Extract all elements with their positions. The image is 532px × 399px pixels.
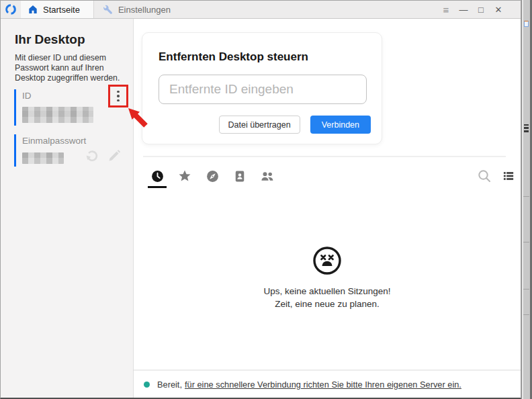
menu-icon[interactable]: ≡ — [437, 1, 455, 19]
people-group-icon — [259, 169, 276, 183]
search-icon[interactable] — [476, 168, 492, 184]
maximize-icon[interactable]: □ — [472, 1, 490, 19]
rustdesk-logo-icon — [5, 3, 17, 15]
sidebar-title: Ihr Desktop — [15, 32, 133, 47]
sidebar: Ihr Desktop Mit dieser ID und diesem Pas… — [1, 19, 134, 398]
app-logo — [1, 1, 21, 18]
id-value-redacted — [22, 107, 93, 123]
background-artifact — [524, 21, 529, 27]
tab-einstellungen-label: Einstellungen — [118, 5, 171, 15]
titlebar-drag-area — [179, 1, 437, 18]
connect-buttons: Datei übertragen Verbinden — [219, 116, 371, 134]
wrench-icon — [102, 4, 114, 15]
scrollbar-mark — [523, 196, 529, 197]
scrollbar-mark — [523, 289, 529, 290]
list-view-icon[interactable] — [502, 169, 515, 183]
connect-card-title: Entfernten Desktop steuern — [159, 50, 308, 64]
id-more-menu-icon[interactable] — [117, 91, 120, 102]
background-window-scrollbar — [521, 0, 532, 399]
star-icon — [177, 169, 192, 183]
toolbar-right — [476, 168, 515, 184]
close-icon[interactable]: ✕ — [490, 1, 507, 19]
edit-pencil-icon[interactable] — [106, 148, 122, 164]
screenshot-root: Startseite Einstellungen ≡ — □ ✕ Ihr Des… — [0, 0, 532, 399]
section-divider — [143, 156, 506, 157]
main-panel: Entfernten Desktop steuern Datei übertra… — [134, 19, 521, 398]
address-book-icon — [233, 169, 247, 183]
connect-card: Entfernten Desktop steuern Datei übertra… — [142, 32, 382, 144]
rustdesk-window: Startseite Einstellungen ≡ — □ ✕ Ihr Des… — [0, 0, 521, 399]
window-controls: ≡ — □ ✕ — [437, 1, 507, 18]
minimize-icon[interactable]: — — [455, 1, 472, 19]
refresh-icon[interactable] — [84, 148, 100, 164]
empty-line2: Zeit, eine neue zu planen. — [134, 298, 521, 310]
tab-groups[interactable] — [258, 164, 277, 188]
titlebar: Startseite Einstellungen ≡ — □ ✕ — [1, 1, 521, 19]
sessions-toolbar — [134, 161, 521, 191]
compass-icon — [206, 169, 220, 183]
password-section: Einmalpasswort — [14, 134, 124, 167]
password-label: Einmalpasswort — [22, 136, 124, 146]
file-transfer-button[interactable]: Datei übertragen — [219, 116, 300, 134]
empty-sessions-state: Ups, keine aktuellen Sitzungen! Zeit, ei… — [134, 245, 521, 310]
tab-address-book[interactable] — [230, 164, 249, 188]
tab-favorites[interactable] — [175, 164, 194, 188]
tab-recent-sessions[interactable] — [148, 164, 167, 188]
annotation-highlight-box — [108, 85, 128, 107]
clock-icon — [150, 169, 165, 183]
scrollbar-dots — [524, 124, 529, 132]
window-body: Ihr Desktop Mit dieser ID und diesem Pas… — [1, 19, 521, 398]
tab-discovered[interactable] — [203, 164, 222, 188]
password-row — [22, 146, 124, 164]
scrollbar-mark — [523, 242, 529, 242]
home-icon — [28, 4, 38, 15]
empty-line1: Ups, keine aktuellen Sitzungen! — [134, 285, 521, 298]
own-server-link[interactable]: für eine schnellere Verbindung richten S… — [185, 380, 461, 390]
status-bar: Bereit, für eine schnellere Verbindung r… — [134, 369, 521, 398]
id-section: ID — [14, 89, 124, 126]
password-actions — [84, 148, 124, 164]
tab-startseite-label: Startseite — [43, 5, 80, 15]
password-value-redacted — [22, 152, 64, 164]
annotation-arrow-icon — [126, 105, 154, 134]
tab-einstellungen[interactable]: Einstellungen — [94, 1, 179, 18]
status-text: Bereit, — [157, 380, 182, 390]
connect-button[interactable]: Verbinden — [310, 116, 371, 134]
status-dot-icon — [144, 382, 150, 388]
dizzy-face-icon — [312, 245, 343, 276]
tab-startseite[interactable]: Startseite — [21, 1, 94, 18]
sidebar-description: Mit dieser ID und diesem Passwort kann a… — [15, 53, 125, 83]
remote-id-input[interactable] — [159, 75, 367, 104]
scrollbar-mark — [523, 314, 529, 315]
